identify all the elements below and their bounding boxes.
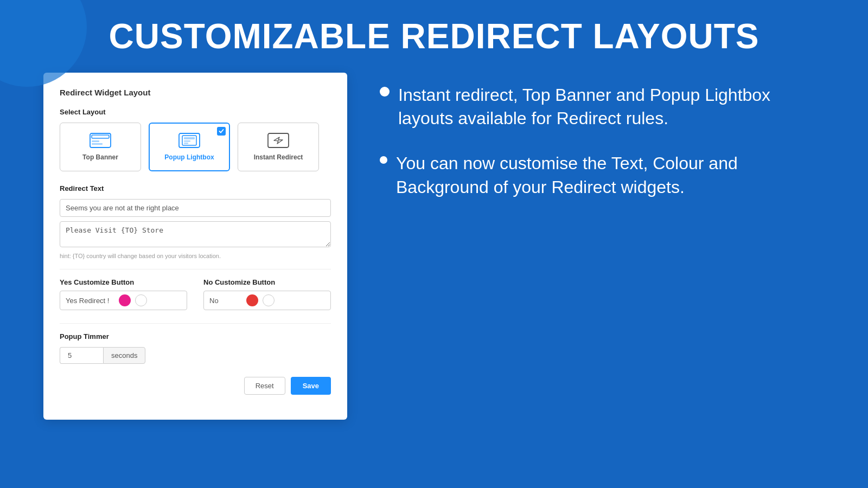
select-layout-label: Select Layout bbox=[60, 108, 331, 116]
popup-timer-section: Popup Timmer seconds bbox=[60, 332, 331, 364]
popup-lightbox-icon bbox=[178, 133, 200, 150]
divider-2 bbox=[60, 323, 331, 324]
content-area: Redirect Widget Layout Select Layout Top… bbox=[0, 67, 868, 420]
svg-rect-9 bbox=[268, 133, 289, 147]
customize-buttons-row: Yes Customize Button No Customize Button bbox=[60, 278, 331, 310]
feature-item-2: You can now customise the Text, Colour a… bbox=[380, 152, 825, 198]
layout-options: Top Banner P bbox=[60, 123, 331, 171]
yes-button-text-input[interactable] bbox=[66, 297, 114, 305]
no-color-outline[interactable] bbox=[263, 294, 275, 306]
redirect-text-section: Redirect Text Please Visit {TO} Store hi… bbox=[60, 184, 331, 259]
instant-redirect-label: Instant Redirect bbox=[254, 153, 303, 161]
yes-color-outline[interactable] bbox=[135, 294, 147, 306]
divider-1 bbox=[60, 269, 331, 269]
no-button-label: No Customize Button bbox=[203, 278, 331, 286]
yes-button-label: Yes Customize Button bbox=[60, 278, 187, 286]
feature-text-1: Instant redirect, Top Banner and Popup L… bbox=[398, 84, 825, 130]
no-color-circle[interactable] bbox=[246, 294, 258, 306]
timer-input-row: seconds bbox=[60, 347, 331, 364]
timer-number-input[interactable] bbox=[60, 347, 103, 364]
yes-button-input-row bbox=[60, 291, 187, 310]
yes-customize-group: Yes Customize Button bbox=[60, 278, 187, 310]
save-button[interactable]: Save bbox=[291, 377, 331, 395]
page-header: CUSTOMIZABLE REDIRECT LAYOUTS bbox=[0, 0, 868, 67]
svg-rect-2 bbox=[92, 140, 99, 142]
widget-card: Redirect Widget Layout Select Layout Top… bbox=[43, 73, 347, 420]
action-row: Reset Save bbox=[60, 377, 331, 395]
top-banner-label: Top Banner bbox=[82, 153, 118, 161]
redirect-text-input-1[interactable] bbox=[60, 199, 331, 217]
feature-text-2: You can now customise the Text, Colour a… bbox=[396, 152, 825, 198]
yes-color-circle[interactable] bbox=[119, 294, 131, 306]
features-panel: Instant redirect, Top Banner and Popup L… bbox=[380, 73, 825, 221]
layout-top-banner[interactable]: Top Banner bbox=[60, 123, 141, 171]
svg-rect-6 bbox=[184, 137, 195, 139]
timer-unit-label: seconds bbox=[103, 347, 145, 364]
layout-popup-lightbox[interactable]: Popup Lightbox bbox=[149, 123, 230, 171]
no-button-input-row bbox=[203, 291, 331, 310]
redirect-text-textarea[interactable]: Please Visit {TO} Store bbox=[60, 221, 331, 247]
popup-lightbox-label: Popup Lightbox bbox=[164, 153, 214, 161]
selected-check bbox=[217, 127, 226, 136]
svg-rect-8 bbox=[184, 143, 188, 144]
instant-redirect-icon bbox=[267, 133, 289, 150]
popup-timer-label: Popup Timmer bbox=[60, 332, 331, 341]
svg-rect-1 bbox=[92, 135, 109, 138]
svg-rect-7 bbox=[184, 140, 190, 142]
reset-button[interactable]: Reset bbox=[244, 377, 285, 395]
layout-instant-redirect[interactable]: Instant Redirect bbox=[238, 123, 319, 171]
page-title: CUSTOMIZABLE REDIRECT LAYOUTS bbox=[0, 16, 868, 56]
bullet-2 bbox=[380, 156, 387, 164]
widget-card-title: Redirect Widget Layout bbox=[60, 88, 331, 97]
svg-rect-3 bbox=[92, 143, 103, 145]
redirect-hint: hint: {TO} country will change based on … bbox=[60, 253, 331, 259]
bullet-1 bbox=[380, 87, 390, 97]
no-button-text-input[interactable] bbox=[209, 297, 242, 305]
no-customize-group: No Customize Button bbox=[203, 278, 331, 310]
redirect-text-label: Redirect Text bbox=[60, 184, 331, 192]
feature-item-1: Instant redirect, Top Banner and Popup L… bbox=[380, 84, 825, 130]
top-banner-icon bbox=[90, 133, 111, 150]
